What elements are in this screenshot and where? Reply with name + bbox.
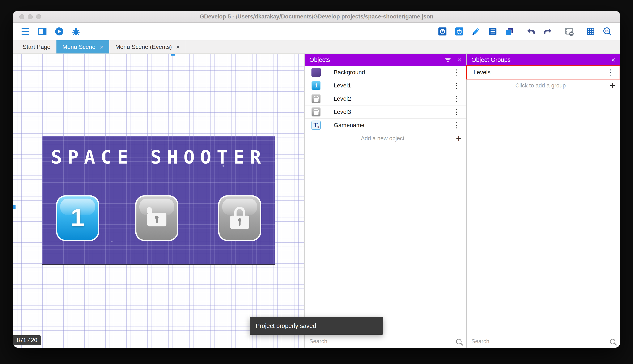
lock-icon — [230, 206, 249, 229]
level2-object-icon — [311, 94, 321, 103]
level1-object-icon: 1 — [311, 81, 321, 90]
mask-toggle-icon[interactable] — [564, 26, 575, 37]
group-menu-icon[interactable]: ⋮ — [604, 68, 617, 77]
edit-pencil-icon[interactable] — [471, 26, 481, 37]
objects-panel-title: Objects — [309, 56, 330, 63]
instances-list-icon[interactable] — [487, 26, 498, 37]
objects-search-input[interactable] — [309, 338, 453, 345]
text-object-icon: Tx — [311, 120, 321, 130]
traffic-lights — [19, 14, 41, 19]
groups-panel-title: Object Groups — [471, 56, 511, 63]
gdevelop-window: GDevelop 5 - /Users/dkarakay/Documents/G… — [13, 11, 620, 348]
object-menu-icon[interactable]: ⋮ — [450, 81, 463, 90]
objects-search-row — [305, 335, 466, 348]
groups-search-row — [467, 335, 620, 348]
scroll-marker-left — [13, 205, 16, 209]
tab-menu-scene-label: Menu Scene — [62, 44, 95, 50]
tab-menu-scene[interactable]: Menu Scene × — [57, 40, 109, 54]
object-menu-icon[interactable]: ⋮ — [450, 121, 463, 130]
object-menu-icon[interactable]: ⋮ — [450, 94, 463, 103]
project-manager-icon[interactable] — [20, 26, 31, 37]
object-row-level3[interactable]: Level3 ⋮ — [305, 106, 466, 119]
svg-text:1:1: 1:1 — [605, 30, 609, 32]
toolbar-left-group — [20, 26, 81, 37]
preview-play-icon[interactable] — [54, 26, 65, 37]
object-menu-icon[interactable]: ⋮ — [450, 68, 463, 77]
lock-icon — [147, 210, 166, 226]
zoom-one-to-one-icon[interactable]: 1:1 — [602, 26, 613, 37]
cursor-coordinates-badge: 871;420 — [13, 335, 41, 345]
object-menu-icon[interactable]: ⋮ — [450, 108, 463, 116]
close-icon[interactable]: × — [457, 56, 462, 63]
add-object-button[interactable]: Add a new object + — [305, 132, 466, 145]
stars-decoration — [42, 136, 43, 137]
level2-button-instance[interactable] — [135, 195, 178, 241]
toolbar-right-group: 1:1 — [437, 26, 613, 37]
undo-icon[interactable] — [526, 26, 536, 37]
object-row-level1[interactable]: 1 Level1 ⋮ — [305, 79, 466, 92]
title-bar: GDevelop 5 - /Users/dkarakay/Documents/G… — [13, 11, 620, 23]
toast-message: Project properly saved — [256, 322, 316, 330]
toolbar: 1:1 — [13, 23, 620, 40]
search-icon — [610, 339, 615, 344]
scene-editor-icon[interactable] — [37, 26, 48, 37]
tab-bar: Start Page Menu Scene × Menu Scene (Even… — [13, 40, 620, 54]
tab-close-icon[interactable]: × — [100, 44, 104, 50]
minimize-window-button[interactable] — [28, 14, 33, 19]
filter-icon[interactable] — [444, 56, 451, 63]
level3-object-icon — [311, 107, 321, 116]
scroll-marker-top — [171, 54, 175, 56]
grid-toggle-icon[interactable] — [585, 26, 596, 37]
redo-icon[interactable] — [542, 26, 553, 37]
tab-close-icon[interactable]: × — [176, 44, 180, 50]
groups-panel-header: Object Groups × — [467, 54, 620, 66]
scene-title-text[interactable]: SPACE SHOOTER — [42, 146, 275, 168]
level1-number: 1 — [57, 196, 98, 238]
level3-button-instance[interactable] — [218, 195, 261, 241]
tab-menu-scene-events-label: Menu Scene (Events) — [115, 44, 172, 50]
scene-background-instance[interactable]: SPACE SHOOTER 1 — [42, 136, 275, 265]
groups-search-input[interactable] — [471, 338, 607, 345]
window-title: GDevelop 5 - /Users/dkarakay/Documents/G… — [13, 14, 620, 20]
scene-canvas[interactable]: SPACE SHOOTER 1 871;420 — [13, 54, 305, 348]
extensions-icon[interactable] — [454, 26, 465, 37]
object-row-background[interactable]: Background ⋮ — [305, 66, 466, 79]
object-groups-panel: Object Groups × Levels ⋮ Click to add a … — [467, 54, 620, 348]
close-icon[interactable]: × — [611, 56, 615, 63]
tab-start-page-label: Start Page — [23, 44, 50, 50]
level1-button-instance[interactable]: 1 — [56, 195, 99, 241]
debug-bug-icon[interactable] — [71, 26, 81, 37]
save-toast: Project properly saved — [250, 317, 383, 335]
plus-icon: + — [456, 134, 462, 143]
object-row-level2[interactable]: Level2 ⋮ — [305, 92, 466, 106]
close-window-button[interactable] — [19, 14, 24, 19]
object-row-gamename[interactable]: Tx Gamename ⋮ — [305, 119, 466, 132]
publish-icon[interactable] — [437, 26, 448, 37]
objects-panel-header: Objects × — [305, 54, 466, 66]
tab-start-page[interactable]: Start Page — [17, 40, 57, 54]
search-icon — [456, 339, 462, 344]
objects-panel: Objects × Background ⋮ 1 Level1 ⋮ Level2 — [305, 54, 467, 348]
content-area: SPACE SHOOTER 1 871;420 — [13, 54, 620, 348]
add-group-button[interactable]: Click to add a group + — [467, 79, 620, 92]
background-object-icon — [311, 68, 321, 77]
layers-icon[interactable] — [504, 26, 515, 37]
plus-icon: + — [610, 81, 615, 90]
zoom-window-button[interactable] — [36, 14, 41, 19]
tab-menu-scene-events[interactable]: Menu Scene (Events) × — [109, 40, 186, 54]
group-row-levels[interactable]: Levels ⋮ — [467, 66, 620, 79]
